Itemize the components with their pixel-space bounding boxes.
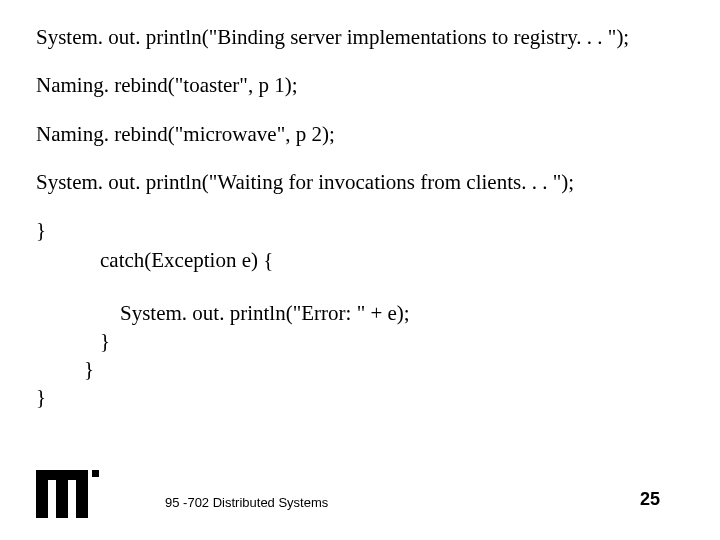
slide: System. out. println("Binding server imp… [0,0,720,540]
close-brace-method: } [36,356,684,382]
svg-rect-4 [92,470,99,477]
page-number: 25 [640,489,660,510]
code-line-1: System. out. println("Binding server imp… [36,24,684,50]
footer-course: 95 -702 Distributed Systems [165,495,328,510]
code-line-4: System. out. println("Waiting for invoca… [36,169,684,195]
close-brace-try: } [36,217,684,243]
catch-open: catch(Exception e) { [36,247,684,273]
cmu-logo [36,470,108,518]
code-line-2: Naming. rebind("toaster", p 1); [36,72,684,98]
code-line-3: Naming. rebind("microwave", p 2); [36,121,684,147]
close-brace-class: } [36,384,684,410]
close-brace-catch: } [36,328,684,354]
brace-block: } catch(Exception e) { System. out. prin… [36,217,684,411]
error-println: System. out. println("Error: " + e); [36,300,684,326]
svg-rect-3 [36,470,88,480]
